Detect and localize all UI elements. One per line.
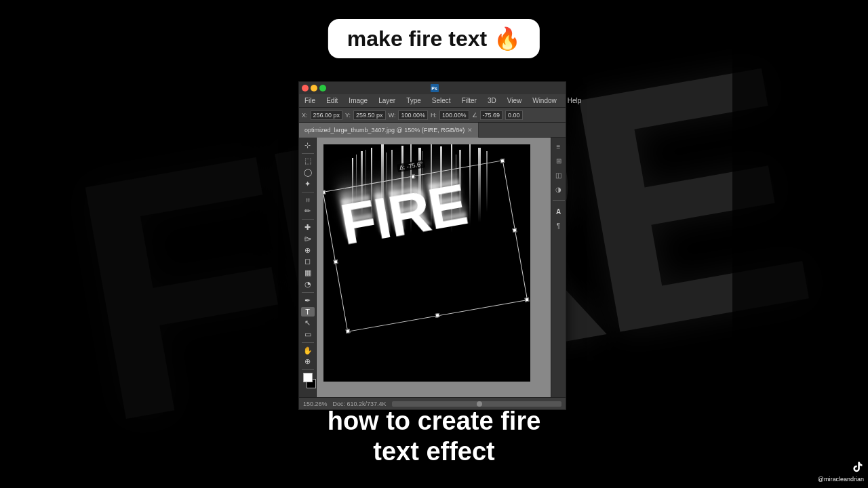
title-bubble: make fire text 🔥 <box>328 19 540 58</box>
panel-divider <box>553 200 565 201</box>
marquee-tool[interactable]: ⬚ <box>301 157 315 167</box>
title-text: make fire text <box>347 26 487 52</box>
toolbar-divider-2 <box>302 192 314 192</box>
maximize-button[interactable] <box>319 85 326 92</box>
lasso-tool[interactable]: ◯ <box>301 167 315 178</box>
menu-edit[interactable]: Edit <box>323 96 340 106</box>
path-select-tool[interactable]: ↖ <box>301 318 315 328</box>
y-label: Y: <box>345 112 351 119</box>
toolbar-divider-3 <box>302 219 314 220</box>
toolbar-divider-6 <box>302 369 314 370</box>
char-panel-icon[interactable]: A <box>553 205 565 218</box>
canvas-fire-text: FIRE <box>336 171 471 259</box>
transform-handle-ml[interactable] <box>334 260 338 264</box>
adjust-panel-icon[interactable]: ◑ <box>553 183 565 195</box>
para-panel-icon[interactable]: ¶ <box>553 220 565 232</box>
extra-value[interactable]: 0.00 <box>505 110 523 120</box>
foreground-swatch[interactable] <box>303 373 313 382</box>
menu-select[interactable]: Select <box>429 96 454 106</box>
clone-tool[interactable]: ⊕ <box>301 245 315 256</box>
title-emoji: 🔥 <box>494 26 521 52</box>
eyedropper-tool[interactable]: ✏ <box>301 207 315 217</box>
menu-file[interactable]: File <box>302 96 318 106</box>
layers-panel-icon[interactable]: ≡ <box>553 140 565 152</box>
menu-image[interactable]: Image <box>346 96 370 106</box>
menu-view[interactable]: View <box>505 96 525 106</box>
y-value[interactable]: 259.50 px <box>353 110 386 120</box>
toolbar-divider-4 <box>302 292 314 293</box>
transform-handle-br[interactable] <box>525 298 530 302</box>
ps-tab[interactable]: optimized_large_thumb_3407.jpg @ 150% (F… <box>299 123 479 138</box>
minimize-button[interactable] <box>311 85 317 92</box>
menu-filter[interactable]: Filter <box>459 96 479 106</box>
tiktok-handle: @miracleandrian <box>818 476 864 483</box>
color-swatches[interactable] <box>303 373 313 394</box>
x-value[interactable]: 256.00 px <box>311 110 343 120</box>
ps-app-icon: Ps <box>431 84 439 92</box>
ps-menubar: File Edit Image Layer Type Select Filter… <box>299 94 566 108</box>
ps-main-area: ⊹ ⬚ ◯ ✦ ⌗ ✏ ✚ ⌲ ⊕ ◻ ▦ ◔ ✒ T ↖ ▭ ✋ ⊕ <box>299 138 566 397</box>
channels-panel-icon[interactable]: ⊞ <box>553 155 565 167</box>
hand-tool[interactable]: ✋ <box>301 346 315 356</box>
bottom-caption: how to create fire text effect <box>0 406 868 468</box>
menu-help[interactable]: Help <box>565 96 585 106</box>
transform-handle-tl[interactable] <box>323 190 326 195</box>
toolbar-divider-1 <box>302 153 314 154</box>
caption-line1: how to create fire <box>328 407 541 435</box>
transform-handle-bm[interactable] <box>435 313 440 318</box>
menu-3d[interactable]: 3D <box>485 96 499 106</box>
close-button[interactable] <box>302 85 309 92</box>
eraser-tool[interactable]: ◻ <box>301 257 315 267</box>
h-label: H: <box>431 112 437 119</box>
transform-handle-tm[interactable] <box>410 174 415 179</box>
rotation-label: Δ: -75.6° <box>397 159 426 172</box>
tab-label: optimized_large_thumb_3407.jpg @ 150% (F… <box>304 127 465 134</box>
photoshop-window: Ps File Edit Image Layer Type Select Fil… <box>298 81 566 410</box>
properties-panel-icon[interactable]: ◫ <box>553 169 565 181</box>
titlebar-controls <box>302 85 326 92</box>
x-label: X: <box>302 112 308 119</box>
ps-tabbar: optimized_large_thumb_3407.jpg @ 150% (F… <box>299 123 566 138</box>
ps-canvas: FIRE Δ: -75.6° <box>323 144 530 382</box>
toolbar-divider-5 <box>302 342 314 343</box>
h-value[interactable]: 100.00% <box>439 110 469 120</box>
angle-value[interactable]: -75.69 <box>480 110 503 120</box>
menu-type[interactable]: Type <box>403 96 424 106</box>
angle-label: ∠ <box>472 112 477 119</box>
dodge-tool[interactable]: ◔ <box>301 279 315 289</box>
caption-line2: text effect <box>373 437 495 466</box>
gradient-tool[interactable]: ▦ <box>301 268 315 278</box>
menu-window[interactable]: Window <box>530 96 559 106</box>
ps-titlebar: Ps <box>299 82 566 94</box>
ps-options-bar: X: 256.00 px Y: 259.50 px W: 100.00% H: … <box>299 108 566 123</box>
brush-tool[interactable]: ⌲ <box>301 234 315 244</box>
healing-tool[interactable]: ✚ <box>301 222 315 232</box>
crop-tool[interactable]: ⌗ <box>301 195 315 205</box>
transform-handle-mr[interactable] <box>512 228 517 232</box>
ps-canvas-area[interactable]: FIRE Δ: -75.6° <box>317 138 551 397</box>
transform-handle-tr[interactable] <box>500 159 505 163</box>
shape-tool[interactable]: ▭ <box>301 329 315 340</box>
w-label: W: <box>389 112 396 119</box>
ps-toolbar: ⊹ ⬚ ◯ ✦ ⌗ ✏ ✚ ⌲ ⊕ ◻ ▦ ◔ ✒ T ↖ ▭ ✋ ⊕ <box>299 138 317 397</box>
w-value[interactable]: 100.00% <box>398 110 428 120</box>
type-tool[interactable]: T <box>301 307 315 317</box>
pen-tool[interactable]: ✒ <box>301 296 315 306</box>
transform-handle-bl[interactable] <box>346 329 351 333</box>
tab-close-button[interactable]: ✕ <box>467 127 473 134</box>
zoom-tool[interactable]: ⊕ <box>301 357 315 367</box>
ps-right-panel: ≡ ⊞ ◫ ◑ A ¶ <box>551 138 566 397</box>
menu-layer[interactable]: Layer <box>376 96 398 106</box>
move-tool[interactable]: ⊹ <box>301 140 315 150</box>
magic-wand-tool[interactable]: ✦ <box>301 179 315 189</box>
